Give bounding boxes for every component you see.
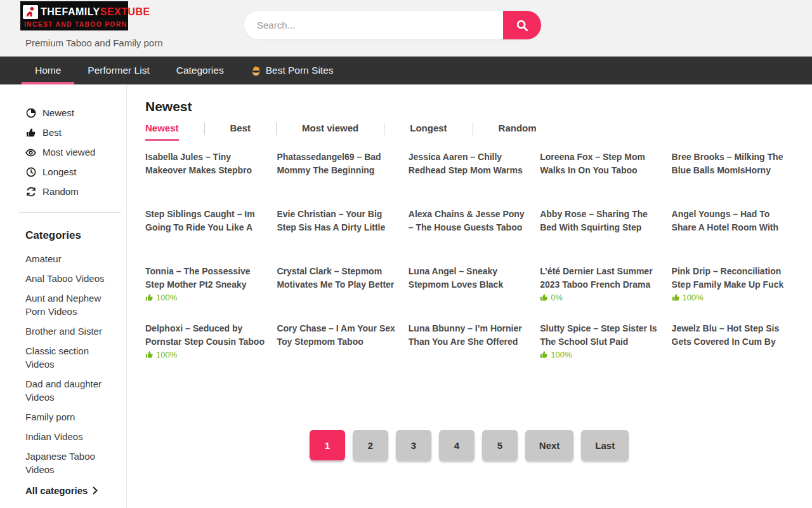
thumbs-up-icon [540, 293, 548, 302]
sidebar-item-best[interactable]: Best [25, 127, 114, 138]
video-title-link[interactable]: L’été Dernier Last Summer 2023 Taboo Fre… [540, 265, 661, 291]
page-button-1[interactable]: 1 [310, 430, 345, 460]
tab-most-viewed[interactable]: Most viewed [302, 123, 358, 141]
video-rating: 0% [540, 293, 661, 302]
category-link[interactable]: Anal Taboo Videos [25, 272, 114, 285]
video-rating: 100% [540, 350, 661, 359]
content-area: Newest Best Most viewed Longest Random [0, 84, 812, 508]
main-nav: Home Performer List Categories Best Porn… [0, 57, 812, 84]
sidebar-item-most-viewed[interactable]: Most viewed [25, 147, 114, 158]
tab-best[interactable]: Best [230, 123, 251, 141]
search-button[interactable] [503, 11, 541, 39]
thumbs-up-icon [145, 293, 154, 302]
tab-newest[interactable]: Newest [145, 123, 179, 141]
nav-item-best-porn-sites[interactable]: Best Porn Sites [237, 57, 347, 84]
nav-item-home[interactable]: Home [22, 57, 74, 84]
sidebar-item-random[interactable]: Random [25, 186, 114, 197]
video-title-link[interactable]: Jessica Aaren – Chilly Redhead Step Mom … [409, 150, 530, 177]
category-link[interactable]: Dad and daughter Videos [25, 377, 114, 404]
best-sites-favicon-icon [251, 65, 261, 76]
search-icon [515, 18, 529, 32]
page-button-2[interactable]: 2 [353, 430, 388, 460]
category-link[interactable]: Family porn [25, 410, 114, 424]
site-tagline: Premium Taboo and Family porn [25, 37, 163, 48]
video-card: Angel Youngs – Had To Share A Hotel Room… [672, 208, 793, 265]
eye-icon [25, 147, 36, 158]
video-title-link[interactable]: Step Siblings Caught – Im Going To Ride … [145, 208, 266, 234]
thumbs-up-icon [25, 128, 36, 138]
sidebar: Newest Best Most viewed Longest Random [0, 84, 127, 508]
video-card: Cory Chase – I Am Your Sex Toy Stepmom T… [277, 322, 398, 379]
sort-tabs: Newest Best Most viewed Longest Random [145, 123, 793, 141]
next-page-button[interactable]: Next [525, 430, 574, 460]
sidebar-item-newest[interactable]: Newest [25, 107, 114, 119]
category-link[interactable]: Classic section Videos [25, 344, 114, 371]
search-bar [244, 11, 541, 39]
category-link[interactable]: Brother and Sister [25, 324, 114, 338]
newest-icon [25, 108, 36, 119]
logo-title-white: THEFAMILY [41, 6, 100, 17]
video-title-link[interactable]: Evie Christian – Your Big Step Sis Has A… [277, 208, 398, 234]
all-categories-link[interactable]: All categories [25, 485, 114, 496]
thumbs-up-icon [672, 293, 680, 302]
video-card: Alexa Chains & Jesse Pony – The House Gu… [409, 208, 530, 265]
video-grid: Isabella Jules – Tiny Makeover Makes Ste… [145, 150, 793, 379]
video-card: Step Siblings Caught – Im Going To Ride … [145, 208, 266, 265]
video-title-link[interactable]: Angel Youngs – Had To Share A Hotel Room… [672, 208, 793, 234]
nav-item-performer-list[interactable]: Performer List [74, 57, 162, 84]
video-title-link[interactable]: Slutty Spice – Step Sister Is The School… [540, 322, 661, 349]
page-button-5[interactable]: 5 [482, 430, 518, 460]
page-button-4[interactable]: 4 [439, 430, 475, 460]
video-rating: 100% [145, 293, 266, 302]
tab-separator [473, 123, 473, 135]
video-card: Delphoxi – Seduced by Pornstar Step Cous… [145, 322, 266, 379]
video-card: Bree Brooks – Milking The Blue Balls Mom… [672, 150, 793, 208]
site-header: THEFAMILYSEXTUBE INCEST AND TABOO PORN P… [0, 0, 812, 57]
video-card: Jewelz Blu – Hot Step Sis Gets Covered I… [672, 322, 793, 379]
video-title-link[interactable]: Alexa Chains & Jesse Pony – The House Gu… [409, 208, 530, 234]
video-rating-value: 100% [683, 293, 704, 302]
video-title-link[interactable]: Bree Brooks – Milking The Blue Balls Mom… [672, 150, 793, 177]
video-title-link[interactable]: Delphoxi – Seduced by Pornstar Step Cous… [145, 322, 266, 349]
category-link[interactable]: Japanese Taboo Videos [25, 450, 114, 476]
category-link[interactable]: Indian Videos [25, 430, 114, 443]
video-card: Luna Bbunny – I’m Hornier Than You Are S… [409, 322, 530, 379]
video-title-link[interactable]: Abby Rose – Sharing The Bed With Squirti… [540, 208, 661, 234]
video-card: Abby Rose – Sharing The Bed With Squirti… [540, 208, 661, 265]
video-title-link[interactable]: Jewelz Blu – Hot Step Sis Gets Covered I… [672, 322, 793, 349]
video-rating-value: 100% [551, 350, 572, 359]
tab-random[interactable]: Random [499, 123, 537, 141]
page-button-3[interactable]: 3 [396, 430, 431, 460]
nav-item-categories[interactable]: Categories [163, 57, 237, 84]
video-card: Tonnia – The Possessive Step Mother Pt2 … [145, 265, 266, 322]
tab-separator [276, 123, 277, 135]
thumbs-up-icon [145, 351, 154, 359]
logo-subtitle: INCEST AND TABOO PORN [23, 20, 124, 28]
page-title: Newest [145, 99, 793, 114]
sidebar-item-longest[interactable]: Longest [25, 166, 114, 178]
last-page-button[interactable]: Last [581, 430, 629, 460]
video-title-link[interactable]: Luna Bbunny – I’m Hornier Than You Are S… [409, 322, 530, 349]
video-title-link[interactable]: Crystal Clark – Stepmom Motivates Me To … [277, 265, 398, 291]
tab-longest[interactable]: Longest [410, 123, 447, 141]
site-logo[interactable]: THEFAMILYSEXTUBE INCEST AND TABOO PORN [20, 1, 128, 30]
video-rating-value: 100% [156, 350, 177, 359]
video-card: L’été Dernier Last Summer 2023 Taboo Fre… [540, 265, 661, 322]
video-title-link[interactable]: Cory Chase – I Am Your Sex Toy Stepmom T… [277, 322, 398, 349]
logo-title-red: SEXTUBE [100, 6, 150, 17]
video-rating-value: 100% [156, 293, 177, 302]
video-title-link[interactable]: Phatassedangel69 – Bad Mommy The Beginni… [277, 150, 398, 177]
video-title-link[interactable]: Loreena Fox – Step Mom Walks In On You T… [540, 150, 661, 177]
video-title-link[interactable]: Isabella Jules – Tiny Makeover Makes Ste… [145, 150, 266, 177]
categories-heading: Categories [25, 229, 114, 242]
video-card: Pink Drip – Reconciliation Step Family M… [672, 265, 793, 322]
video-rating: 100% [145, 350, 266, 359]
search-input[interactable] [244, 11, 503, 39]
video-card: Luna Angel – Sneaky Stepmom Loves Black … [409, 265, 530, 322]
video-title-link[interactable]: Tonnia – The Possessive Step Mother Pt2 … [145, 265, 266, 291]
category-link[interactable]: Aunt and Nephew Porn Videos [25, 291, 114, 318]
video-title-link[interactable]: Pink Drip – Reconciliation Step Family M… [672, 265, 793, 291]
thumbs-up-icon [540, 351, 548, 359]
category-link[interactable]: Amateur [25, 252, 114, 265]
video-title-link[interactable]: Luna Angel – Sneaky Stepmom Loves Black … [409, 265, 530, 291]
